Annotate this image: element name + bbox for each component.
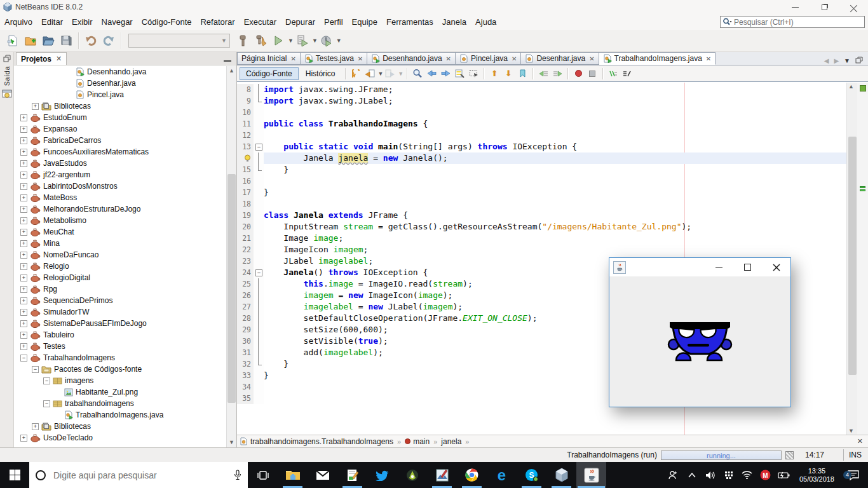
view-history-button[interactable]: Histórico <box>300 68 341 79</box>
breadcrumb-item[interactable]: janela <box>441 437 461 446</box>
taskbar-app-skype[interactable]: S <box>517 462 546 488</box>
projects-close-icon[interactable]: ✕ <box>56 55 62 63</box>
expand-icon[interactable]: + <box>20 274 27 281</box>
hint-lightbulb-icon[interactable] <box>237 152 254 164</box>
expand-icon[interactable]: + <box>20 126 27 133</box>
tree-item-usodeteclado[interactable]: +UsoDeTeclado <box>14 432 226 444</box>
new-project-button[interactable] <box>22 32 39 50</box>
menu-navegar[interactable]: Navegar <box>97 15 137 29</box>
find-button[interactable] <box>410 67 424 80</box>
menu-refatorar[interactable]: Refatorar <box>196 15 239 29</box>
expand-icon[interactable]: + <box>20 320 27 327</box>
menu-editar[interactable]: Editar <box>37 15 67 29</box>
tab-scroll-right-icon[interactable]: ▶ <box>834 57 839 64</box>
taskbar-app-mail[interactable] <box>308 462 337 488</box>
tree-item-nomedafuncao[interactable]: +NomeDaFuncao <box>14 249 226 261</box>
expand-icon[interactable]: + <box>20 286 27 293</box>
expand-icon[interactable]: + <box>20 252 27 259</box>
tab-projects[interactable]: Projetos ✕ <box>16 52 67 65</box>
expand-icon[interactable]: + <box>20 160 27 167</box>
tab-close-icon[interactable]: ✕ <box>446 55 451 62</box>
taskbar-search[interactable] <box>29 462 248 488</box>
collapse-icon[interactable]: − <box>32 366 39 373</box>
collapse-icon[interactable]: − <box>43 400 50 407</box>
people-icon[interactable] <box>667 470 681 480</box>
tree-item-labirintodosmonstros[interactable]: +LabirintoDosMonstros <box>14 180 226 192</box>
breadcrumb-item[interactable]: main <box>413 437 430 446</box>
tree-item-bibliotecas[interactable]: +Bibliotecas <box>14 100 226 112</box>
quick-search-input[interactable] <box>732 18 864 27</box>
scroll-up-icon[interactable]: ▲ <box>848 83 854 90</box>
expand-icon[interactable]: + <box>20 297 27 304</box>
start-macro-recording-button[interactable] <box>571 67 585 80</box>
editor-tab-desenhando-java[interactable]: Desenhando.java✕ <box>367 52 456 65</box>
tree-item-melhorandoestruturadejogo[interactable]: +MelhorandoEstruturaDeJogo <box>14 203 226 215</box>
tree-item-fabricadecarros[interactable]: +FabricaDeCarros <box>14 135 226 146</box>
wifi-icon[interactable] <box>740 471 754 479</box>
taskbar-app-netbeans[interactable] <box>546 462 576 488</box>
back-caret-icon[interactable]: ▼ <box>377 71 383 77</box>
forward-button[interactable] <box>383 67 397 80</box>
tree-item-sistemadepausaefimdejogo[interactable]: +SistemaDePausaEFImDeJogo <box>14 318 226 329</box>
close-button[interactable] <box>762 258 790 276</box>
taskbar-app-image-editor[interactable] <box>427 462 457 488</box>
tree-item-imagens[interactable]: −imagens <box>14 375 226 386</box>
error-stripe[interactable] <box>857 83 868 435</box>
tree-item-metabolismo[interactable]: +Metabolismo <box>14 215 226 226</box>
tree-item-mina[interactable]: +Mina <box>14 238 226 249</box>
expand-icon[interactable]: + <box>20 194 27 201</box>
tree-item-mateboss[interactable]: +MateBoss <box>14 192 226 203</box>
tab-scroll-left-icon[interactable]: ◀ <box>824 57 829 64</box>
taskbar-app-java-app[interactable] <box>576 462 606 488</box>
debug-caret-icon[interactable]: ▼ <box>312 37 318 44</box>
open-project-button[interactable] <box>39 32 57 50</box>
output-window-icon[interactable] <box>2 90 12 98</box>
tree-item-trabalhandoimagens[interactable]: −TrabalhandoImagens <box>14 352 226 363</box>
expand-icon[interactable]: + <box>32 103 39 110</box>
taskbar-app-twitter[interactable] <box>367 462 397 488</box>
restore-window-icon[interactable] <box>3 55 11 62</box>
start-button[interactable] <box>0 462 29 488</box>
tree-item-bibliotecas[interactable]: +Bibliotecas <box>14 421 226 432</box>
breadcrumb-close-icon[interactable]: ✕ <box>857 437 863 445</box>
expand-icon[interactable]: + <box>20 332 27 339</box>
next-bookmark-button[interactable]: ⬇ <box>501 67 515 80</box>
tree-item-trabalhandoimagens-java[interactable]: TrabalhandoImagens.java <box>14 409 226 421</box>
tree-item-testes[interactable]: +Testes <box>14 341 226 352</box>
view-source-button[interactable]: Código-Fonte <box>240 67 299 80</box>
scroll-down-icon[interactable]: ▼ <box>227 438 236 447</box>
collapse-icon[interactable]: − <box>20 355 27 362</box>
taskbar-search-input[interactable] <box>52 470 227 481</box>
expand-icon[interactable]: + <box>20 309 27 316</box>
toggle-highlight-button[interactable] <box>452 67 466 80</box>
restore-button[interactable] <box>810 0 839 14</box>
expand-icon[interactable]: + <box>20 149 27 156</box>
expand-icon[interactable]: + <box>20 206 27 213</box>
mega-icon[interactable]: M <box>759 470 773 480</box>
build-project-button[interactable] <box>234 32 252 50</box>
expand-icon[interactable]: + <box>20 137 27 144</box>
projects-minimize-icon[interactable] <box>224 60 231 62</box>
tree-item-expansao[interactable]: +Expansao <box>14 123 226 135</box>
expand-icon[interactable]: + <box>20 435 27 442</box>
run-project-button[interactable] <box>269 32 287 50</box>
menu-janela[interactable]: Janela <box>438 15 471 29</box>
clean-build-button[interactable] <box>252 32 269 50</box>
tree-item-funcoesauxiliaresmatematicas[interactable]: +FuncoesAuxiliaresMatematicas <box>14 146 226 158</box>
tree-item-desenhar-java[interactable]: Desenhar.java <box>14 78 226 89</box>
expand-icon[interactable]: + <box>32 423 39 430</box>
editor-tab-desenhar-java[interactable]: Desenhar.java✕ <box>521 52 599 65</box>
comment-button[interactable] <box>606 67 620 80</box>
taskbar-app-edge[interactable]: e <box>487 462 517 488</box>
tree-item-pacotes-de-c-digos-fonte[interactable]: −Pacotes de Códigos-fonte <box>14 363 226 375</box>
last-edit-button[interactable] <box>349 67 363 80</box>
tree-item-meuchat[interactable]: +MeuChat <box>14 226 226 238</box>
menu-arquivo[interactable]: Arquivo <box>0 15 37 29</box>
back-button[interactable] <box>363 67 377 80</box>
tab-close-icon[interactable]: ✕ <box>706 55 711 62</box>
find-next-button[interactable] <box>438 67 452 80</box>
shift-left-button[interactable] <box>536 67 550 80</box>
taskbar-app-explorer[interactable] <box>278 462 308 488</box>
progress-bar[interactable]: running... <box>661 451 782 460</box>
new-file-button[interactable] <box>4 32 22 50</box>
